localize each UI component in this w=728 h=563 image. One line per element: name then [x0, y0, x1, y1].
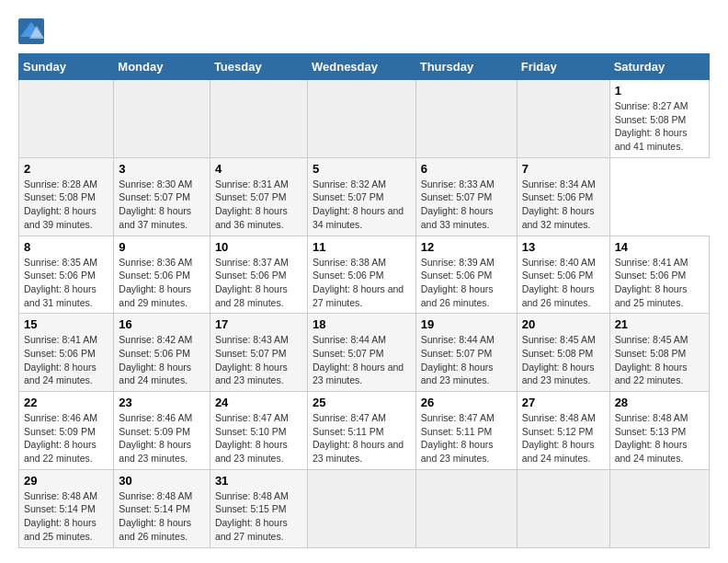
empty-cell — [609, 469, 709, 547]
calendar-day: 20Sunrise: 8:45 AMSunset: 5:08 PMDayligh… — [517, 314, 609, 392]
day-of-week-header: Wednesday — [307, 54, 415, 80]
logo-icon — [18, 18, 44, 44]
calendar-day: 27Sunrise: 8:48 AMSunset: 5:12 PMDayligh… — [517, 392, 609, 470]
calendar-day: 1Sunrise: 8:27 AMSunset: 5:08 PMDaylight… — [609, 80, 709, 158]
empty-cell — [307, 469, 415, 547]
calendar-day: 5Sunrise: 8:32 AMSunset: 5:07 PMDaylight… — [307, 157, 415, 236]
calendar-day: 17Sunrise: 8:43 AMSunset: 5:07 PMDayligh… — [210, 314, 307, 392]
calendar-day: 12Sunrise: 8:39 AMSunset: 5:06 PMDayligh… — [415, 236, 517, 314]
calendar-day: 2Sunrise: 8:28 AMSunset: 5:08 PMDaylight… — [19, 157, 114, 236]
calendar-day: 28Sunrise: 8:48 AMSunset: 5:13 PMDayligh… — [609, 392, 709, 470]
calendar-day: 19Sunrise: 8:44 AMSunset: 5:07 PMDayligh… — [415, 314, 517, 392]
calendar-day: 18Sunrise: 8:44 AMSunset: 5:07 PMDayligh… — [307, 314, 415, 392]
calendar-day: 9Sunrise: 8:36 AMSunset: 5:06 PMDaylight… — [114, 236, 210, 314]
empty-cell — [210, 80, 307, 158]
calendar-day: 7Sunrise: 8:34 AMSunset: 5:06 PMDaylight… — [517, 157, 609, 236]
day-of-week-header: Monday — [114, 54, 210, 80]
calendar-day: 29Sunrise: 8:48 AMSunset: 5:14 PMDayligh… — [19, 469, 114, 547]
calendar-day: 26Sunrise: 8:47 AMSunset: 5:11 PMDayligh… — [415, 392, 517, 470]
calendar-day: 15Sunrise: 8:41 AMSunset: 5:06 PMDayligh… — [19, 314, 114, 392]
empty-cell — [517, 469, 609, 547]
calendar-table: SundayMondayTuesdayWednesdayThursdayFrid… — [18, 53, 710, 548]
calendar-day: 25Sunrise: 8:47 AMSunset: 5:11 PMDayligh… — [307, 392, 415, 470]
calendar-day: 16Sunrise: 8:42 AMSunset: 5:06 PMDayligh… — [114, 314, 210, 392]
empty-cell — [415, 80, 517, 158]
calendar-day: 11Sunrise: 8:38 AMSunset: 5:06 PMDayligh… — [307, 236, 415, 314]
calendar-day: 10Sunrise: 8:37 AMSunset: 5:06 PMDayligh… — [210, 236, 307, 314]
calendar-day: 3Sunrise: 8:30 AMSunset: 5:07 PMDaylight… — [114, 157, 210, 236]
calendar-day: 13Sunrise: 8:40 AMSunset: 5:06 PMDayligh… — [517, 236, 609, 314]
empty-cell — [415, 469, 517, 547]
empty-cell — [307, 80, 415, 158]
calendar-day: 22Sunrise: 8:46 AMSunset: 5:09 PMDayligh… — [19, 392, 114, 470]
empty-cell — [114, 80, 210, 158]
calendar-day: 4Sunrise: 8:31 AMSunset: 5:07 PMDaylight… — [210, 157, 307, 236]
calendar-day: 6Sunrise: 8:33 AMSunset: 5:07 PMDaylight… — [415, 157, 517, 236]
calendar-day: 14Sunrise: 8:41 AMSunset: 5:06 PMDayligh… — [609, 236, 709, 314]
calendar-day: 24Sunrise: 8:47 AMSunset: 5:10 PMDayligh… — [210, 392, 307, 470]
day-of-week-header: Thursday — [415, 54, 517, 80]
day-of-week-header: Saturday — [609, 54, 709, 80]
calendar-day: 8Sunrise: 8:35 AMSunset: 5:06 PMDaylight… — [19, 236, 114, 314]
day-of-week-header: Tuesday — [210, 54, 307, 80]
logo — [18, 18, 48, 44]
empty-cell — [19, 80, 114, 158]
calendar-day: 30Sunrise: 8:48 AMSunset: 5:14 PMDayligh… — [114, 469, 210, 547]
page-header — [18, 18, 710, 44]
calendar-day: 31Sunrise: 8:48 AMSunset: 5:15 PMDayligh… — [210, 469, 307, 547]
calendar-day: 23Sunrise: 8:46 AMSunset: 5:09 PMDayligh… — [114, 392, 210, 470]
calendar-day: 21Sunrise: 8:45 AMSunset: 5:08 PMDayligh… — [609, 314, 709, 392]
empty-cell — [517, 80, 609, 158]
day-of-week-header: Sunday — [19, 54, 114, 80]
day-of-week-header: Friday — [517, 54, 609, 80]
